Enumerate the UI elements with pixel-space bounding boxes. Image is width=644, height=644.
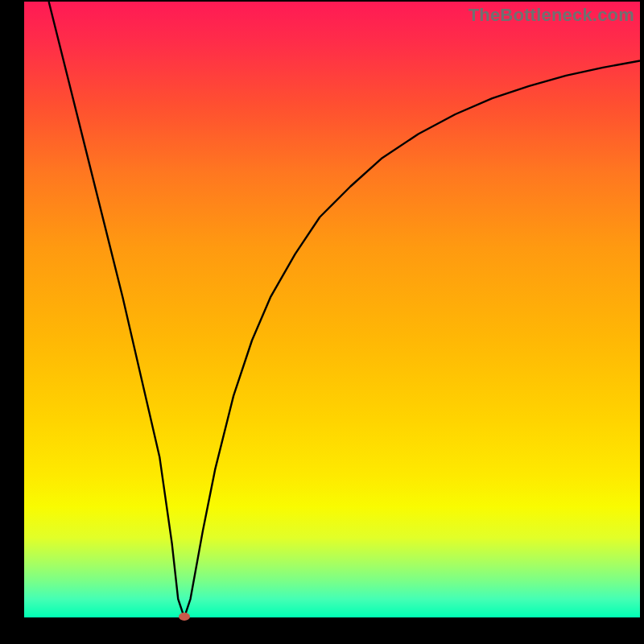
watermark-text: TheBottleneck.com [469,5,634,26]
marker-dot [179,613,190,621]
plot-area [24,2,640,617]
